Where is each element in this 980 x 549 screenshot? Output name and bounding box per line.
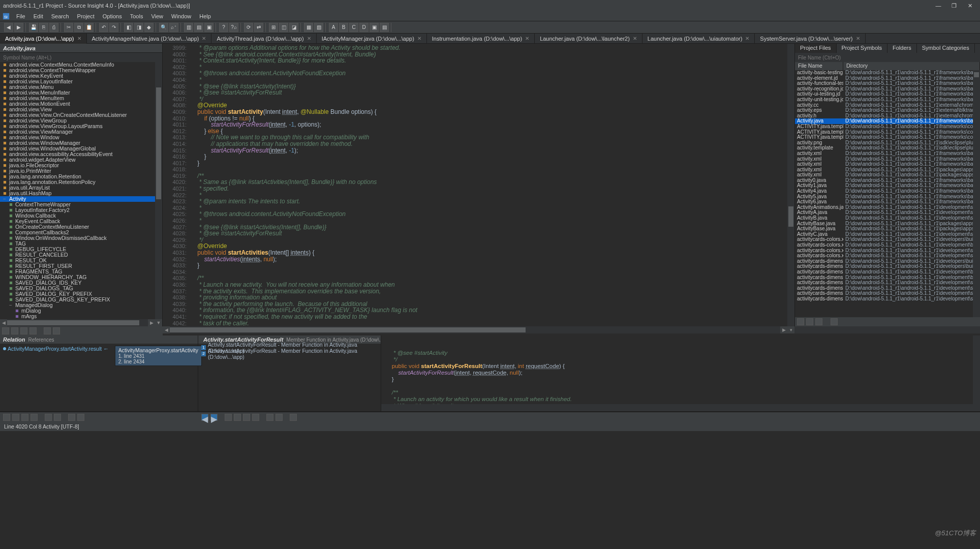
file-row[interactable]: Activity.javaD:\dow\android-5.1.1_r1\and… — [795, 118, 980, 124]
lk-tb-2-icon[interactable] — [234, 414, 241, 421]
code-area[interactable]: * @param options Additional options for … — [191, 44, 794, 326]
menu-search[interactable]: Search — [47, 12, 73, 20]
lk-tb-gear-icon[interactable] — [290, 414, 297, 421]
relation-root-link[interactable]: ActivityManagerProxy.startActivity.resul… — [3, 346, 109, 352]
lk-fwd-icon[interactable]: ▶ — [210, 414, 218, 421]
project-tab[interactable]: Symbol Categories — [917, 44, 975, 53]
ref-b-icon[interactable]: B — [339, 23, 348, 32]
sync-files-icon[interactable]: ⇄ — [254, 23, 263, 32]
ref-e-icon[interactable]: ▣ — [370, 23, 379, 32]
snippet-hscroll[interactable]: ◀ ▶ — [381, 404, 980, 411]
file-row[interactable]: activity.epsD:\dow\android-5.1.1_r1\andr… — [795, 108, 980, 113]
file-row[interactable]: activity-ui-testing.jdD:\dow\android-5.1… — [795, 92, 980, 97]
file-row[interactable]: Activity1.javaD:\dow\android-5.1.1_r1\an… — [795, 183, 980, 189]
lk-tb-5-icon[interactable] — [266, 414, 273, 421]
file-tab[interactable]: ActivityThread.java (D:\dow\...\app)✕ — [211, 34, 316, 44]
project-tab[interactable]: Folders — [887, 44, 917, 53]
file-tab[interactable]: Instrumentation.java (D:\dow\...\app)✕ — [427, 34, 535, 44]
ed-scroll-left-icon[interactable]: ◀ — [163, 326, 170, 333]
file-row[interactable]: activity.xmlD:\dow\android-5.1.1_r1\andr… — [795, 167, 980, 173]
menu-help[interactable]: Help — [195, 12, 215, 20]
symbol-search-input[interactable] — [0, 53, 162, 62]
file-row[interactable]: ACTIVITY.java.templaD:\dow\android-5.1.1… — [795, 135, 980, 140]
project-window-icon[interactable]: ◪ — [289, 23, 298, 32]
col-file-name[interactable]: File Name — [795, 62, 843, 70]
save-icon[interactable]: 💾 — [29, 23, 38, 32]
maximize-icon[interactable]: ❐ — [947, 3, 961, 9]
lk-tb-4-icon[interactable] — [252, 414, 259, 421]
relation-target[interactable]: ActivityManagerProxy.startActivity 1. li… — [115, 346, 202, 366]
lookup-row[interactable]: 2Activity.startActivityForResult - Membe… — [198, 351, 381, 357]
ed-scroll-menu-icon[interactable]: ▾ — [787, 326, 794, 333]
lookup-list[interactable]: 1Activity.startActivityForResult - Membe… — [198, 344, 381, 411]
help-icon[interactable]: ? — [219, 23, 228, 32]
file-tab[interactable]: Activity.java (D:\dow\...\app)✕ — [0, 34, 87, 44]
bookmark-toggle-icon[interactable]: ◆ — [144, 23, 154, 32]
file-row[interactable]: Activity6.javaD:\dow\android-5.1.1_r1\an… — [795, 199, 980, 205]
file-row[interactable]: activity-recognition.jdD:\dow\android-5.… — [795, 86, 980, 92]
lk-tb-6-icon[interactable] — [275, 414, 283, 421]
menu-file[interactable]: File — [12, 12, 29, 20]
file-tab[interactable]: Launcher.java (D:\dow\...\uiautomator)✕ — [642, 34, 755, 44]
lk-tb-3-icon[interactable] — [243, 414, 250, 421]
project-tab[interactable]: Project Symbols — [837, 44, 887, 53]
file-row[interactable]: ActivityAnimations.jaD:\dow\android-5.1.… — [795, 205, 980, 210]
project-hscroll[interactable] — [794, 326, 980, 333]
sym-gear-icon[interactable] — [53, 327, 60, 334]
file-row[interactable]: activity-unit-testing.jcD:\dow\android-5… — [795, 97, 980, 103]
ref-a-icon[interactable]: A — [329, 23, 338, 32]
tab-close-icon[interactable]: ✕ — [307, 36, 311, 41]
file-row[interactable]: activitycards-dimens.D:\dow\android-5.1.… — [795, 259, 980, 264]
paste-icon[interactable]: 📋 — [84, 23, 94, 32]
file-row[interactable]: activity.xmlD:\dow\android-5.1.1_r1\andr… — [795, 172, 980, 178]
rel-tb-7-icon[interactable] — [68, 414, 75, 421]
ref-c-icon[interactable]: C — [349, 23, 358, 32]
file-row[interactable]: ActivityBase.javaD:\dow\android-5.1.1_r1… — [795, 226, 980, 232]
file-row[interactable]: activitycards-colors.xD:\dow\android-5.1… — [795, 248, 980, 254]
file-row[interactable]: activity0.javaD:\dow\android-5.1.1_r1\an… — [795, 178, 980, 184]
tab-close-icon[interactable]: ✕ — [417, 36, 421, 41]
file-row[interactable]: activity.xmlD:\dow\android-5.1.1_r1\andr… — [795, 157, 980, 162]
nav-fwd-icon[interactable]: ▶ — [14, 23, 23, 32]
find-in-files-icon[interactable]: ⌕⁺ — [169, 23, 178, 32]
menu-view[interactable]: View — [147, 12, 167, 20]
file-row[interactable]: activitycards-dimens.D:\dow\android-5.1.… — [795, 296, 980, 302]
tab-close-icon[interactable]: ✕ — [77, 36, 81, 41]
sym-lock-icon[interactable] — [29, 327, 37, 334]
ref-d-icon[interactable]: D — [359, 23, 369, 32]
cut-icon[interactable]: ✂ — [64, 23, 73, 32]
file-row[interactable]: ActivityC.javaD:\dow\android-5.1.1_r1\an… — [795, 232, 980, 237]
file-row[interactable]: Activity4.javaD:\dow\android-5.1.1_r1\an… — [795, 189, 980, 194]
project-tab[interactable]: Project Files — [795, 44, 837, 53]
cascade-icon[interactable]: ▣ — [204, 23, 213, 32]
proj-settings-icon[interactable] — [831, 318, 838, 325]
file-row[interactable]: activity-basic-testing.D:\dow\android-5.… — [795, 70, 980, 76]
file-row[interactable]: Activity5.javaD:\dow\android-5.1.1_r1\an… — [795, 194, 980, 200]
scroll-right-icon[interactable]: ▶ — [148, 319, 155, 326]
file-row[interactable]: activity.ccD:\dow\android-5.1.1_r1\andro… — [795, 103, 980, 108]
file-row[interactable]: activity-functional-tesD:\dow\android-5.… — [795, 81, 980, 86]
file-row[interactable]: activitycards-dimens.D:\dow\android-5.1.… — [795, 291, 980, 296]
file-row[interactable]: activitycards-colors.xD:\dow\android-5.1… — [795, 237, 980, 242]
code-editor[interactable]: 3999:4000:4001:4002:4003:4004:4005:4006:… — [163, 44, 794, 326]
file-row[interactable]: activitycards-dimens.D:\dow\android-5.1.… — [795, 264, 980, 269]
tab-close-icon[interactable]: ✕ — [745, 36, 749, 41]
file-row[interactable]: activitycards-dimens.D:\dow\android-5.1.… — [795, 269, 980, 275]
bookmark-next-icon[interactable]: ◨ — [134, 23, 143, 32]
outline-prev-icon[interactable]: ▦ — [304, 23, 313, 32]
save-all-icon[interactable]: ⎘ — [39, 23, 48, 32]
snippet-panel[interactable]: * @see #startActivity */ public void sta… — [381, 336, 980, 411]
minimize-icon[interactable]: — — [931, 3, 945, 9]
sym-filter-icon[interactable] — [11, 327, 18, 334]
file-row[interactable]: ActivityBase.javaD:\dow\android-5.1.1_r1… — [795, 221, 980, 227]
ref-f-icon[interactable]: ▤ — [380, 23, 389, 32]
menu-options[interactable]: Options — [99, 12, 126, 20]
file-tab[interactable]: SystemServer.java (D:\dow\...\server)✕ — [755, 34, 865, 44]
menu-tools[interactable]: Tools — [126, 12, 147, 20]
symbol-list[interactable]: android.view.ContextMenu.ContextMenuInfo… — [0, 62, 162, 319]
file-row[interactable]: activity-element.jdD:\dow\android-5.1.1_… — [795, 76, 980, 81]
proj-open-icon[interactable] — [815, 318, 822, 325]
symbol-window-icon[interactable]: ◫ — [279, 23, 288, 32]
proj-refresh-icon[interactable] — [797, 318, 804, 325]
file-row[interactable]: activity.templateD:\dow\android-5.1.1_r1… — [795, 145, 980, 151]
